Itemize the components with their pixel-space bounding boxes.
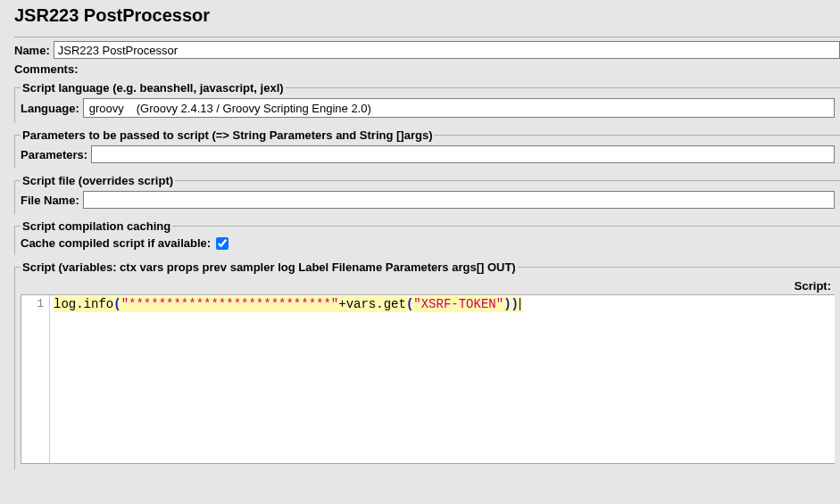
script-label: Script:: [794, 279, 831, 293]
filename-input[interactable]: [83, 191, 835, 209]
code-line-1: log.info("***************************"+v…: [54, 296, 522, 312]
parameters-label: Parameters:: [21, 148, 87, 161]
language-selected-desc: (Groovy 2.4.13 / Groovy Scripting Engine…: [137, 102, 371, 115]
text-caret: [520, 298, 520, 310]
language-dropdown[interactable]: groovy (Groovy 2.4.13 / Groovy Scripting…: [83, 98, 835, 118]
comments-row: Comments:: [14, 62, 840, 76]
cache-checkbox[interactable]: [216, 237, 229, 250]
name-input[interactable]: [54, 41, 840, 59]
script-legend: Script (variables: ctx vars props prev s…: [21, 260, 518, 274]
language-legend: Script language (e.g. beanshell, javascr…: [21, 81, 286, 95]
page-title: JSR223 PostProcessor: [14, 5, 840, 26]
scriptfile-legend: Script file (overrides script): [21, 174, 175, 187]
divider: [14, 37, 840, 37]
language-selected-name: groovy: [89, 102, 124, 115]
parameters-fieldset: Parameters to be passed to script (=> St…: [14, 128, 840, 169]
language-fieldset: Script language (e.g. beanshell, javascr…: [14, 81, 840, 123]
cache-fieldset: Script compilation caching Cache compile…: [14, 219, 840, 255]
cache-legend: Script compilation caching: [21, 219, 172, 233]
parameters-input[interactable]: [91, 145, 835, 163]
cache-label: Cache compiled script if available:: [21, 236, 211, 250]
editor-code-area[interactable]: log.info("***************************"+v…: [50, 295, 835, 463]
filename-label: File Name:: [21, 194, 79, 207]
scriptfile-fieldset: Script file (overrides script) File Name…: [14, 174, 840, 214]
name-label: Name:: [14, 44, 50, 57]
script-editor[interactable]: 1 log.info("***************************"…: [21, 294, 835, 464]
name-row: Name:: [14, 41, 840, 59]
script-fieldset: Script (variables: ctx vars props prev s…: [14, 260, 840, 469]
parameters-legend: Parameters to be passed to script (=> St…: [21, 128, 434, 142]
language-label: Language:: [21, 102, 79, 115]
editor-gutter: 1: [21, 295, 50, 463]
comments-label: Comments:: [14, 62, 79, 76]
